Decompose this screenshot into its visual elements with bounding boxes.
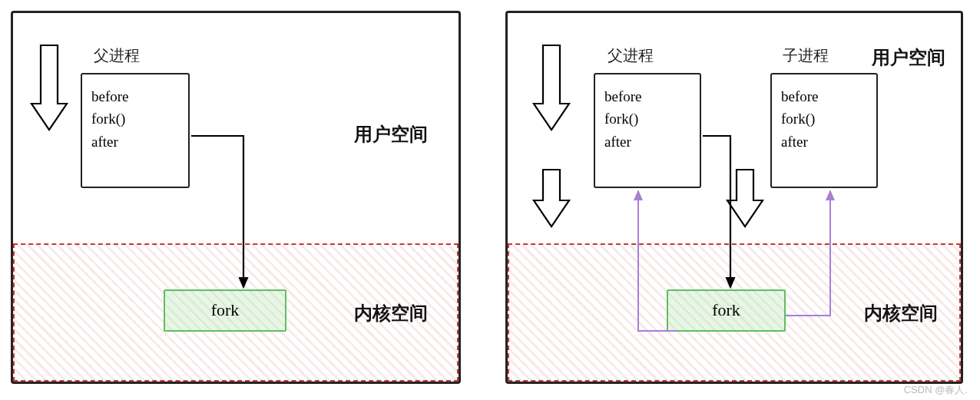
panel-after-fork: 父进程 子进程 用户空间 before fork() after before … [505, 11, 963, 384]
code-line: after [604, 131, 690, 153]
fork-label: fork [712, 300, 740, 319]
watermark: CSDN @春人. [904, 383, 968, 397]
parent-proc-label-right: 父进程 [608, 45, 654, 66]
parent-code-box-right: before fork() after [594, 73, 701, 188]
code-line: before [91, 85, 179, 107]
code-line: before [781, 85, 867, 107]
child-code-box-right: before fork() after [770, 73, 878, 188]
user-space-label-left: 用户空间 [354, 122, 428, 147]
code-line: fork() [91, 107, 179, 130]
fork-box-left: fork [164, 289, 286, 332]
panel-before-fork: 父进程 before fork() after 用户空间 fork 内核空间 [11, 11, 461, 384]
code-line: fork() [604, 107, 690, 130]
code-line: fork() [781, 107, 867, 130]
code-line: after [781, 131, 867, 153]
kernel-space-label-right: 内核空间 [864, 301, 938, 326]
fork-box-right: fork [667, 289, 786, 332]
parent-proc-label-left: 父进程 [94, 45, 140, 66]
parent-code-box-left: before fork() after [81, 73, 190, 188]
child-proc-label-right: 子进程 [783, 45, 829, 66]
code-line: before [604, 85, 690, 107]
fork-label: fork [211, 300, 240, 319]
user-space-label-right: 用户空间 [872, 45, 945, 70]
kernel-space-label-left: 内核空间 [354, 301, 428, 326]
code-line: after [91, 131, 179, 153]
